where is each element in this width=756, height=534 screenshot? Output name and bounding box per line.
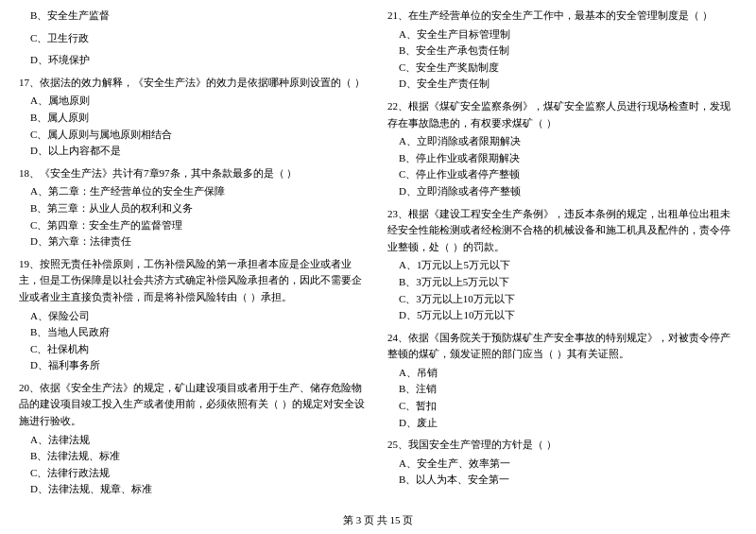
option-a: A、1万元以上5万元以下 [387, 257, 737, 274]
option-text: C、卫生行政 [19, 30, 369, 47]
option-d: D、以上内容都不是 [19, 143, 369, 160]
question-title: 23、根据《建设工程安全生产条例》，违反本条例的规定，出租单位出租未经安全性能检… [387, 206, 737, 256]
option-d: D、第六章：法律责任 [19, 233, 369, 250]
option-c: C、社保机构 [19, 341, 369, 358]
option-d: D、法律法规、规章、标准 [19, 481, 369, 498]
option-b: B、法律法规、标准 [19, 448, 369, 465]
question-23: 23、根据《建设工程安全生产条例》，违反本条例的规定，出租单位出租未经安全性能检… [387, 206, 737, 324]
option-b: B、当地人民政府 [19, 324, 369, 341]
option-b: B、3万元以上5万元以下 [387, 274, 737, 291]
option-d: D、安全生产责任制 [387, 76, 737, 93]
option-text: B、安全生产监督 [19, 8, 369, 25]
option-b: B、安全生产承包责任制 [387, 43, 737, 60]
option-a: A、安全生产目标管理制 [387, 26, 737, 43]
question-19: 19、按照无责任补偿原则，工伤补偿风险的第一承担者本应是企业或者业主，但是工伤保… [19, 256, 369, 374]
question-title: 22、根据《煤矿安全监察条例》，煤矿安全监察人员进行现场检查时，发现存在事故隐患… [387, 98, 737, 131]
option-c: C、第四章：安全生产的监督管理 [19, 217, 369, 234]
option-a: A、立即消除或者限期解决 [387, 133, 737, 150]
option-c: C、暂扣 [387, 398, 737, 415]
right-column: 21、在生产经营单位的安全生产工作中，最基本的安全管理制度是（ ） A、安全生产… [387, 8, 737, 504]
option-b-safety: B、安全生产监督 [19, 8, 369, 25]
page-content: B、安全生产监督 C、卫生行政 D、环境保护 17、依据法的效力解释，《安全生产… [19, 8, 737, 504]
question-title: 21、在生产经营单位的安全生产工作中，最基本的安全管理制度是（ ） [387, 8, 737, 25]
question-title: 24、依据《国务院关于预防煤矿生产安全事故的特别规定》，对被责令停产整顿的煤矿，… [387, 330, 737, 363]
option-text: D、环境保护 [19, 52, 369, 69]
option-c: C、停止作业或者停产整顿 [387, 166, 737, 183]
page-number: 第 3 页 共 15 页 [343, 514, 413, 525]
option-b: B、属人原则 [19, 110, 369, 127]
option-c-health: C、卫生行政 [19, 30, 369, 47]
question-20: 20、依据《安全生产法》的规定，矿山建设项目或者用于生产、储存危险物品的建设项目… [19, 380, 369, 498]
option-a: A、安全生产、效率第一 [387, 456, 737, 473]
option-c: C、属人原则与属地原则相结合 [19, 127, 369, 144]
question-25: 25、我国安全生产管理的方针是（ ） A、安全生产、效率第一 B、以人为本、安全… [387, 437, 737, 489]
option-d-env: D、环境保护 [19, 52, 369, 69]
option-b: B、停止作业或者限期解决 [387, 150, 737, 167]
question-18: 18、《安全生产法》共计有7章97条，其中条款最多的是（ ） A、第二章：生产经… [19, 165, 369, 250]
option-c: C、法律行政法规 [19, 465, 369, 482]
option-a: A、吊销 [387, 365, 737, 382]
option-a: A、第二章：生产经营单位的安全生产保障 [19, 183, 369, 200]
question-title: 18、《安全生产法》共计有7章97条，其中条款最多的是（ ） [19, 165, 369, 182]
option-c: C、3万元以上10万元以下 [387, 291, 737, 308]
option-d: D、废止 [387, 415, 737, 432]
option-d: D、立即消除或者停产整顿 [387, 183, 737, 200]
option-b: B、第三章：从业人员的权利和义务 [19, 200, 369, 217]
page-footer: 第 3 页 共 15 页 [19, 513, 737, 527]
question-21: 21、在生产经营单位的安全生产工作中，最基本的安全管理制度是（ ） A、安全生产… [387, 8, 737, 93]
question-title: 25、我国安全生产管理的方针是（ ） [387, 437, 737, 454]
option-a: A、保险公司 [19, 308, 369, 325]
option-b: B、注销 [387, 381, 737, 398]
question-22: 22、根据《煤矿安全监察条例》，煤矿安全监察人员进行现场检查时，发现存在事故隐患… [387, 98, 737, 200]
question-title: 19、按照无责任补偿原则，工伤补偿风险的第一承担者本应是企业或者业主，但是工伤保… [19, 256, 369, 306]
option-d: D、福利事务所 [19, 357, 369, 374]
option-c: C、安全生产奖励制度 [387, 60, 737, 77]
left-column: B、安全生产监督 C、卫生行政 D、环境保护 17、依据法的效力解释，《安全生产… [19, 8, 369, 504]
question-title: 20、依据《安全生产法》的规定，矿山建设项目或者用于生产、储存危险物品的建设项目… [19, 380, 369, 430]
option-d: D、5万元以上10万元以下 [387, 307, 737, 324]
question-17: 17、依据法的效力解释，《安全生产法》的效力是依据哪种原则设置的（ ） A、属地… [19, 75, 369, 160]
option-a: A、法律法规 [19, 432, 369, 449]
option-b: B、以人为本、安全第一 [387, 472, 737, 489]
question-24: 24、依据《国务院关于预防煤矿生产安全事故的特别规定》，对被责令停产整顿的煤矿，… [387, 330, 737, 432]
question-title: 17、依据法的效力解释，《安全生产法》的效力是依据哪种原则设置的（ ） [19, 75, 369, 92]
option-a: A、属地原则 [19, 93, 369, 110]
